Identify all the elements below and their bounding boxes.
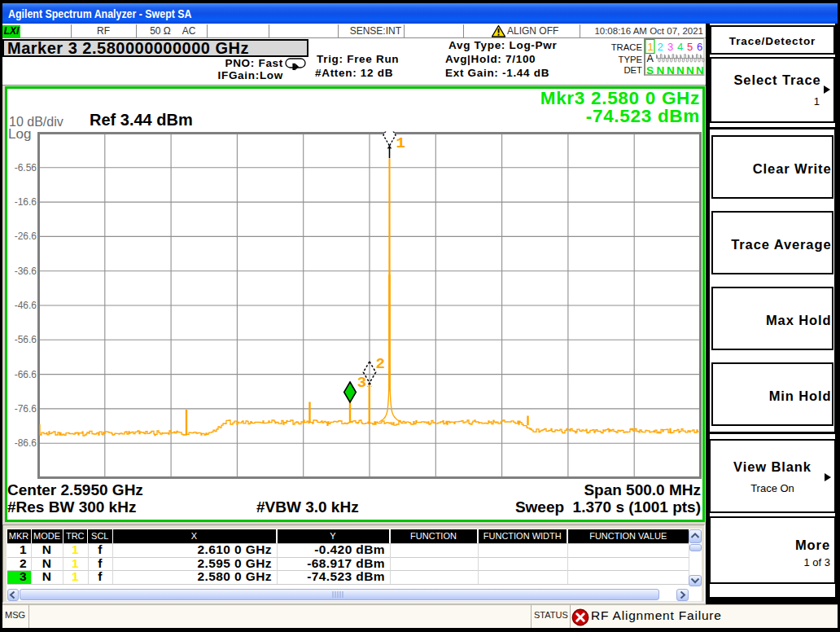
svg-text:3: 3 <box>357 374 366 392</box>
svg-text:2: 2 <box>376 355 385 373</box>
svg-text:1: 1 <box>396 134 405 152</box>
